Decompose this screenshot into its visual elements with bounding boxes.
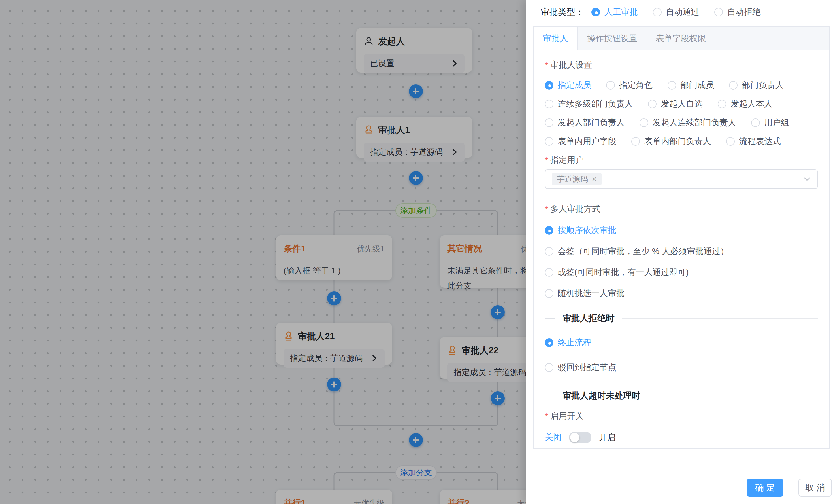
radio-dot-icon	[718, 100, 727, 108]
radio-dot-icon	[648, 100, 657, 108]
radio-dot-icon	[545, 268, 553, 277]
approval-type-row: 审批类型： 人工审批 自动通过 自动拒绝	[541, 5, 776, 20]
required-mark: *	[545, 60, 548, 70]
radio-option[interactable]: 流程表达式	[726, 136, 781, 147]
radio-dot-icon	[545, 118, 553, 127]
approval-settings-drawer: 审批类型： 人工审批 自动通过 自动拒绝 审批人 操作按钮设置 表单字段权限 *…	[526, 0, 833, 504]
reject-section-divider: 审批人拒绝时	[545, 312, 818, 324]
multi-mode-option: 或签(可同时审批，有一人通过即可)	[545, 267, 818, 278]
radio-dot-icon	[545, 247, 553, 256]
approver-setting-label: * 审批人设置	[545, 60, 818, 70]
radio-option[interactable]: 连续多级部门负责人	[545, 98, 633, 110]
approver-tab-content: * 审批人设置 指定成员 指定角色 部门成员 部门负责人 连续多级部门负责人 发…	[534, 50, 829, 448]
tab-button-settings[interactable]: 操作按钮设置	[578, 27, 646, 50]
drawer-footer: 确 定 取 消	[746, 479, 832, 497]
radio-option[interactable]: 发起人部门负责人	[545, 117, 625, 128]
radio-dot-icon	[640, 118, 648, 127]
radio-dot-icon	[545, 81, 553, 90]
radio-dot-icon	[545, 363, 553, 372]
multi-mode-option: 按顺序依次审批	[545, 225, 818, 236]
approver-setting-row: 指定成员 指定角色 部门成员 部门负责人	[545, 81, 818, 90]
radio-option[interactable]: 部门成员	[668, 79, 714, 91]
user-tag: 芋道源码 ×	[552, 173, 602, 185]
radio-option[interactable]: 发起人自选	[648, 98, 703, 110]
multi-mode-label: * 多人审批方式	[545, 204, 818, 214]
settings-tabs: 审批人 操作按钮设置 表单字段权限 * 审批人设置 指定成员 指定角色 部门成员…	[533, 26, 830, 449]
radio-auto-pass[interactable]: 自动通过	[653, 6, 699, 18]
radio-dot-icon	[729, 81, 738, 90]
assign-user-label: * 指定用户	[545, 155, 818, 165]
radio-dot-icon	[545, 226, 553, 235]
approval-type-label: 审批类型：	[541, 6, 584, 18]
tab-form-field-permissions[interactable]: 表单字段权限	[646, 27, 715, 50]
tab-approver[interactable]: 审批人	[534, 27, 578, 50]
tab-header: 审批人 操作按钮设置 表单字段权限	[534, 27, 829, 50]
radio-dot-icon	[545, 137, 553, 146]
approver-setting-row: 连续多级部门负责人 发起人自选 发起人本人	[545, 99, 818, 108]
chevron-down-icon	[803, 175, 811, 183]
radio-dot-icon	[726, 137, 735, 146]
confirm-button[interactable]: 确 定	[746, 479, 783, 497]
radio-option[interactable]: 发起人本人	[718, 98, 772, 110]
timeout-section-divider: 审批人超时未处理时	[545, 390, 818, 402]
enable-switch-row: 关闭 开启	[545, 432, 818, 443]
radio-dot-icon	[545, 289, 553, 298]
assign-user-select[interactable]: 芋道源码 ×	[545, 169, 818, 189]
enable-switch-label: * 启用开关	[545, 411, 818, 421]
approver-setting-row: 表单内用户字段 表单内部门负责人 流程表达式	[545, 137, 818, 146]
radio-dot-icon	[606, 81, 615, 90]
remove-tag-icon[interactable]: ×	[592, 175, 597, 184]
radio-dot-icon	[751, 118, 760, 127]
radio-dot-icon	[653, 8, 662, 17]
radio-option[interactable]: 指定成员	[545, 79, 591, 91]
radio-option[interactable]: 用户组	[751, 117, 789, 128]
radio-option[interactable]: 发起人连续部门负责人	[640, 117, 736, 128]
switch-off-label: 关闭	[545, 432, 562, 443]
multi-mode-option: 会签（可同时审批，至少 % 人必须审批通过）	[545, 246, 818, 257]
multi-mode-option: 随机挑选一人审批	[545, 288, 818, 299]
radio-option[interactable]: 表单内部门负责人	[631, 136, 711, 147]
radio-option[interactable]: 指定角色	[606, 79, 652, 91]
radio-manual-approval[interactable]: 人工审批	[592, 6, 638, 18]
radio-dot-icon	[714, 8, 723, 17]
reject-option: 终止流程	[545, 337, 818, 349]
timeout-section-title: 审批人超时未处理时	[563, 390, 640, 402]
approver-setting-row: 发起人部门负责人 发起人连续部门负责人 用户组	[545, 118, 818, 127]
required-mark: *	[545, 204, 548, 214]
required-mark: *	[545, 411, 548, 421]
radio-auto-reject[interactable]: 自动拒绝	[714, 6, 761, 18]
reject-option: 驳回到指定节点	[545, 362, 818, 373]
radio-dot-icon	[631, 137, 640, 146]
cancel-button[interactable]: 取 消	[799, 479, 832, 497]
radio-dot-icon	[545, 338, 553, 347]
required-mark: *	[545, 155, 548, 165]
enable-toggle[interactable]	[569, 432, 592, 443]
reject-section-title: 审批人拒绝时	[563, 312, 615, 324]
radio-option[interactable]: 表单内用户字段	[545, 136, 616, 147]
switch-on-label: 开启	[599, 432, 616, 443]
radio-option[interactable]: 部门负责人	[729, 79, 784, 91]
radio-dot-icon	[545, 100, 553, 108]
radio-dot-icon	[592, 8, 600, 17]
radio-dot-icon	[668, 81, 676, 90]
